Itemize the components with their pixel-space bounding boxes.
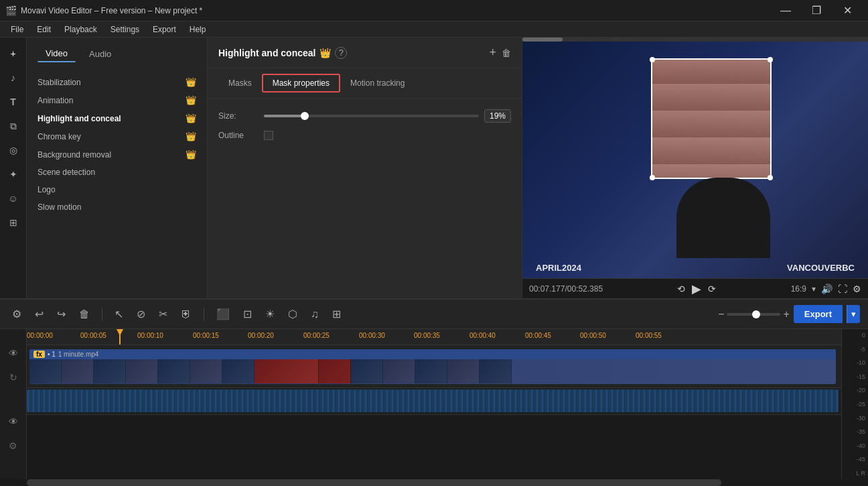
export-button[interactable]: Export <box>794 305 843 323</box>
settings-preview-button[interactable]: ⚙ <box>853 284 861 294</box>
panel-item-slowmotion[interactable]: Slow motion <box>38 198 196 216</box>
zoom-slider-thumb[interactable] <box>752 310 760 318</box>
close-button[interactable]: ✕ <box>832 0 863 21</box>
maximize-button[interactable]: ❐ <box>801 0 832 21</box>
menu-settings[interactable]: Settings <box>105 23 145 36</box>
handle-br[interactable] <box>768 175 773 180</box>
tab-audio[interactable]: Audio <box>81 46 119 62</box>
face-selection-box[interactable] <box>651 58 772 179</box>
size-slider-fill <box>264 115 305 117</box>
timeline-scroll-thumb[interactable] <box>27 479 721 486</box>
preview-controls: ⟲ ▶ ⟳ <box>677 282 716 296</box>
timeline-playhead[interactable] <box>119 329 121 345</box>
export-dropdown-button[interactable]: ▾ <box>847 305 860 323</box>
size-slider-track[interactable] <box>264 115 479 117</box>
panel-item-animation[interactable]: Animation 👑 <box>38 91 196 109</box>
shield-button[interactable]: ⛨ <box>177 306 196 323</box>
handle-bl[interactable] <box>650 175 655 180</box>
select-tool-button[interactable]: ↖ <box>111 305 127 323</box>
track-settings-button[interactable]: ⚙ <box>9 440 17 451</box>
track-eye-2-button[interactable]: 👁 <box>9 416 18 427</box>
toolbar-divider-1 <box>102 308 102 321</box>
db-label-6: -30 <box>845 415 865 422</box>
sidebar-icon-filters[interactable]: ◎ <box>3 139 24 161</box>
handle-tr[interactable] <box>768 57 773 62</box>
panel-item-background[interactable]: Background removal 👑 <box>38 145 196 164</box>
help-button[interactable]: ? <box>335 47 347 59</box>
thumb-12 <box>480 359 512 383</box>
menu-export[interactable]: Export <box>147 23 182 36</box>
menu-file[interactable]: File <box>5 23 29 36</box>
color-button[interactable]: ⬡ <box>284 305 301 323</box>
audio-fx-button[interactable]: ♫ <box>307 306 323 323</box>
crop-button[interactable]: ⊡ <box>239 305 256 323</box>
delete-button[interactable]: 🗑 <box>75 306 94 323</box>
audio-clip[interactable] <box>27 389 839 412</box>
db-label-9: -45 <box>845 456 865 463</box>
timeline-settings-button[interactable]: ⚙ <box>8 305 25 323</box>
menu-playback[interactable]: Playback <box>59 23 102 36</box>
cut-off-button[interactable]: ⊘ <box>133 305 149 323</box>
panel-item-highlight[interactable]: Highlight and conceal 👑 <box>38 109 196 127</box>
thumb-3 <box>94 359 126 383</box>
menu-help[interactable]: Help <box>184 23 212 36</box>
brightness-button[interactable]: ☀ <box>261 305 279 323</box>
zoom-plus-button[interactable]: + <box>783 308 789 320</box>
size-slider-thumb[interactable] <box>301 112 309 120</box>
sidebar-icon-effects[interactable]: ✦ <box>3 164 24 185</box>
track-loop-button[interactable]: ↻ <box>9 372 17 383</box>
panel-item-label: Stabilization <box>38 78 81 87</box>
add-mask-button[interactable]: + <box>489 46 496 60</box>
size-row: Size: 19% <box>218 109 511 123</box>
sidebar-icon-music[interactable]: ♪ <box>3 67 24 88</box>
menu-edit[interactable]: Edit <box>31 23 56 36</box>
handle-tl[interactable] <box>650 57 655 62</box>
panel-item-chromakey[interactable]: Chroma key 👑 <box>38 127 196 145</box>
zoom-slider[interactable] <box>727 313 780 316</box>
thumb-7 <box>222 359 255 383</box>
props-content: Size: 19% Outline <box>208 99 522 159</box>
snap-button[interactable]: ⊞ <box>328 305 345 323</box>
rewind-button[interactable]: ⟲ <box>677 284 685 294</box>
minimize-button[interactable]: — <box>770 0 801 21</box>
empty-track-area <box>27 415 841 479</box>
sidebar-icon-transitions[interactable]: ⧉ <box>3 115 24 137</box>
redo-button[interactable]: ↪ <box>53 305 70 323</box>
tab-masks[interactable]: Masks <box>218 74 262 93</box>
play-button[interactable]: ▶ <box>692 282 701 296</box>
playhead-marker <box>117 329 123 336</box>
preview-ratio-arrow[interactable]: ▾ <box>812 284 816 294</box>
sidebar-icon-grid[interactable]: ⊞ <box>3 212 24 233</box>
props-title-text: Highlight and conceal <box>218 48 315 58</box>
video-clip[interactable]: fx • 1 1 minute.mp4 <box>29 349 836 384</box>
delete-mask-button[interactable]: 🗑 <box>502 46 511 60</box>
panel-item-stabilization[interactable]: Stabilization 👑 <box>38 73 196 91</box>
cut-button[interactable]: ✂ <box>155 305 171 323</box>
ruler-mark-5: 00:00:25 <box>303 332 330 339</box>
crown-icon-props: 👑 <box>319 48 331 58</box>
tab-mask-properties[interactable]: Mask properties <box>262 74 340 93</box>
insert-button[interactable]: ⬛ <box>212 305 234 323</box>
panel-item-scene[interactable]: Scene detection <box>38 164 196 181</box>
preview-right-controls: 16:9 ▾ 🔊 ⛶ ⚙ <box>791 284 861 294</box>
props-header: Highlight and conceal 👑 ? + 🗑 <box>208 38 522 68</box>
sidebar-icon-stickers[interactable]: ☺ <box>3 188 24 209</box>
tab-video[interactable]: Video <box>38 46 76 62</box>
sidebar-icon-text[interactable]: T <box>3 91 24 113</box>
effects-panel: Video Audio Stabilization 👑 Animation 👑 … <box>27 38 208 298</box>
outline-checkbox[interactable] <box>264 131 273 140</box>
panel-item-logo[interactable]: Logo <box>38 181 196 198</box>
sidebar-icon-add[interactable]: + <box>3 43 24 64</box>
undo-button[interactable]: ↩ <box>31 305 48 323</box>
track-eye-button[interactable]: 👁 <box>9 348 18 359</box>
forward-button[interactable]: ⟳ <box>708 284 716 294</box>
fullscreen-button[interactable]: ⛶ <box>838 284 847 294</box>
ruler-mark-11: 00:00:55 <box>636 332 662 339</box>
tab-motion-tracking[interactable]: Motion tracking <box>340 74 415 93</box>
size-value[interactable]: 19% <box>484 109 511 123</box>
aspect-ratio[interactable]: 16:9 <box>791 284 806 294</box>
zoom-minus-button[interactable]: − <box>718 308 724 320</box>
clip-label: • 1 <box>48 351 56 358</box>
timeline-scrollbar[interactable] <box>0 479 868 486</box>
volume-button[interactable]: 🔊 <box>821 284 833 294</box>
